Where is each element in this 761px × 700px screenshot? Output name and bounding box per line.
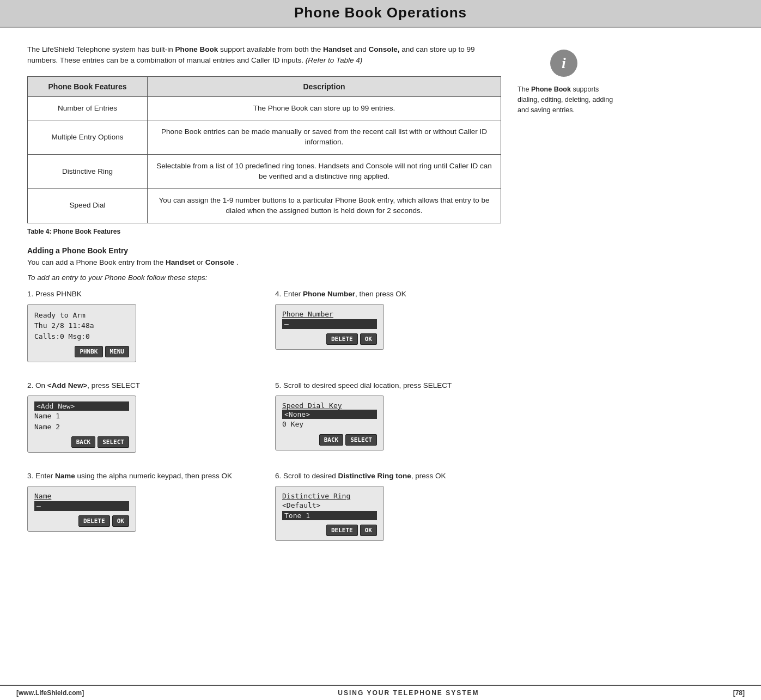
step-label: 4. Enter Phone Number, then press OK	[275, 289, 501, 300]
footer-center: USING YOUR TELEPHONE SYSTEM	[338, 689, 479, 697]
info-text: The Phone Book supports dialing, editing…	[518, 84, 621, 115]
lcd-button[interactable]: BACK	[319, 434, 344, 446]
lcd-underline-title: Distinctive Ring	[282, 492, 377, 500]
section-bold-2: Console	[205, 258, 234, 266]
intro-text-2: support available from both the	[220, 45, 323, 53]
step-block: 3. Enter Name using the alpha numeric ke…	[27, 471, 253, 540]
lcd-underline-title: Name	[34, 492, 129, 500]
lcd-line: Ready to Arm	[34, 310, 129, 321]
lcd-input: —	[34, 501, 129, 511]
content-area: The LifeShield Telephone system has buil…	[27, 44, 501, 549]
step-block: 2. On <Add New>, press SELECT<Add New>Na…	[27, 381, 253, 453]
lcd-highlighted-line: <Add New>	[34, 401, 129, 411]
page-footer: [www.LifeShield.com] USING YOUR TELEPHON…	[0, 685, 761, 700]
step-label: 6. Scroll to desired Distinctive Ring to…	[275, 471, 501, 482]
info-icon-circle: i	[550, 50, 577, 77]
step-number: 5.	[275, 381, 283, 389]
table-header-description: Description	[148, 76, 501, 96]
intro-bold-1: Phone Book	[175, 45, 218, 53]
info-text-bold: Phone Book	[531, 86, 571, 93]
lcd-buttons-row: DELETEOK	[282, 525, 377, 536]
table-row-description: Phone Book entries can be made manually …	[148, 120, 501, 155]
table-row-feature: Distinctive Ring	[28, 155, 148, 189]
lcd-screen: <Add New>Name 1Name 2BACKSELECT	[27, 395, 136, 453]
section-bold-1: Handset	[166, 258, 194, 266]
lcd-line: <Default>	[282, 500, 377, 511]
lcd-highlighted-line: <None>	[282, 410, 377, 419]
table-row-feature: Speed Dial	[28, 188, 148, 223]
table-caption: Table 4: Phone Book Features	[27, 228, 501, 235]
footer-left: [www.LifeShield.com]	[16, 689, 84, 697]
intro-paragraph: The LifeShield Telephone system has buil…	[27, 44, 501, 66]
lcd-button[interactable]: DELETE	[326, 333, 358, 345]
italic-para: To add an entry to your Phone Book follo…	[27, 273, 501, 282]
step-label: 1. Press PHNBK	[27, 289, 253, 300]
section-para: You can add a Phone Book entry from the …	[27, 257, 501, 268]
lcd-button[interactable]: SELECT	[98, 436, 129, 448]
lcd-line: Calls:0 Msg:0	[34, 331, 129, 342]
info-icon: i	[562, 54, 566, 72]
intro-text-1: The LifeShield Telephone system has buil…	[27, 45, 175, 53]
lcd-buttons-row: BACKSELECT	[34, 436, 129, 448]
step-block: 1. Press PHNBKReady to ArmThu 2/8 11:48a…	[27, 289, 253, 362]
lcd-buttons-row: DELETEOK	[282, 333, 377, 345]
lcd-line: Thu 2/8 11:48a	[34, 320, 129, 331]
step-block: 6. Scroll to desired Distinctive Ring to…	[275, 471, 501, 540]
intro-text-3: and	[354, 45, 368, 53]
intro-bold-3: Console,	[368, 45, 399, 53]
lcd-screen: Distinctive Ring<Default>Tone 1DELETEOK	[275, 486, 384, 541]
step-block: 5. Scroll to desired speed dial location…	[275, 381, 501, 453]
section-para-mid: or	[197, 258, 205, 266]
intro-bold-2: Handset	[323, 45, 352, 53]
lcd-screen: Speed Dial Key<None>0 KeyBACKSELECT	[275, 395, 384, 451]
lcd-buttons-row: BACKSELECT	[282, 434, 377, 446]
lcd-line: Name 2	[34, 422, 129, 433]
lcd-screen: Phone Number—DELETEOK	[275, 304, 384, 350]
lcd-button[interactable]: SELECT	[345, 434, 377, 446]
lcd-screen: Name—DELETEOK	[27, 486, 136, 532]
step-number: 1.	[27, 290, 35, 298]
step-number: 2.	[27, 381, 35, 389]
intro-italic: (Refer to Table 4)	[306, 56, 363, 64]
lcd-button[interactable]: OK	[112, 515, 129, 527]
section-heading-text: Adding a Phone Book Entry	[27, 246, 128, 255]
step-number: 3.	[27, 472, 35, 480]
lcd-button[interactable]: MENU	[105, 346, 130, 357]
steps-grid: 1. Press PHNBKReady to ArmThu 2/8 11:48a…	[27, 289, 501, 549]
lcd-underline-title: Phone Number	[282, 310, 377, 318]
lcd-buttons-row: PHNBKMENU	[34, 346, 129, 357]
lcd-highlighted-line: Tone 1	[282, 511, 377, 520]
features-table: Phone Book Features Description Number o…	[27, 76, 501, 223]
lcd-button[interactable]: PHNBK	[75, 346, 102, 357]
table-row-description: The Phone Book can store up to 99 entrie…	[148, 96, 501, 120]
step-number: 4.	[275, 290, 283, 298]
step-label: 3. Enter Name using the alpha numeric ke…	[27, 471, 253, 482]
table-row-description: You can assign the 1-9 number buttons to…	[148, 188, 501, 223]
lcd-button[interactable]: DELETE	[326, 525, 358, 536]
step-label: 2. On <Add New>, press SELECT	[27, 381, 253, 391]
info-text-pre: The	[518, 86, 531, 93]
lcd-line: 0 Key	[282, 419, 377, 430]
table-row-feature: Number of Entries	[28, 96, 148, 120]
lcd-buttons-row: DELETEOK	[34, 515, 129, 527]
lcd-underline-title: Speed Dial Key	[282, 401, 377, 410]
table-header-feature: Phone Book Features	[28, 76, 148, 96]
lcd-input: —	[282, 319, 377, 329]
table-row-description: Selectable from a list of 10 predefined …	[148, 155, 501, 189]
lcd-button[interactable]: BACK	[71, 436, 96, 448]
step-label: 5. Scroll to desired speed dial location…	[275, 381, 501, 391]
section-heading: Adding a Phone Book Entry	[27, 246, 501, 255]
lcd-button[interactable]: OK	[360, 333, 377, 345]
table-row-feature: Multiple Entry Options	[28, 120, 148, 155]
page-header: Phone Book Operations	[0, 0, 761, 28]
main-layout: The LifeShield Telephone system has buil…	[0, 28, 761, 559]
lcd-button[interactable]: DELETE	[78, 515, 110, 527]
lcd-button[interactable]: OK	[360, 525, 377, 536]
sidebar-area: i The Phone Book supports dialing, editi…	[512, 44, 621, 549]
page-title: Phone Book Operations	[0, 4, 761, 21]
section-para-end: .	[236, 258, 239, 266]
lcd-screen: Ready to ArmThu 2/8 11:48aCalls:0 Msg:0P…	[27, 304, 136, 363]
lcd-line: Name 1	[34, 411, 129, 422]
step-block: 4. Enter Phone Number, then press OKPhon…	[275, 289, 501, 362]
footer-right: [78]	[733, 689, 745, 697]
